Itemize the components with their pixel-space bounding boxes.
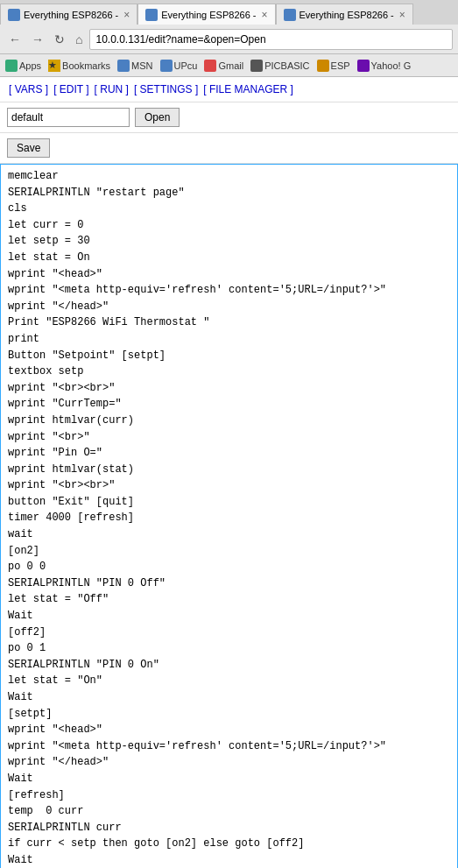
nav-vars[interactable]: [ VARS ] (7, 82, 50, 96)
code-line: memclear (8, 168, 450, 185)
code-line: wait (8, 526, 450, 543)
nav-run[interactable]: [ RUN ] (93, 82, 130, 96)
tab-favicon-2 (145, 9, 158, 21)
tab-close-3[interactable]: × (399, 9, 405, 21)
bookmark-apps[interactable]: Apps (5, 60, 41, 72)
bookmark-upcu-label: UPcu (174, 60, 198, 71)
bookmark-esp[interactable]: ESP (317, 60, 350, 72)
code-line: timer 4000 [refresh] (8, 510, 450, 526)
code-line: let curr = 0 (8, 217, 450, 234)
code-line: [refresh] (8, 787, 450, 804)
file-name-input[interactable] (7, 108, 130, 127)
bookmark-bookmarks-label: Bookmarks (62, 60, 110, 71)
bookmark-gmail-label: Gmail (218, 60, 243, 71)
upcu-icon (160, 60, 173, 72)
bookmark-msn[interactable]: MSN (117, 60, 152, 72)
code-line: Print "ESP8266 WiFi Thermostat " (8, 314, 450, 331)
bookmark-gmail[interactable]: Gmail (204, 60, 243, 72)
tab-title-3: Everything ESP8266 - (299, 10, 394, 20)
code-line: temp 0 curr (8, 803, 450, 820)
code-line: wprint "<meta http-equiv='refresh' conte… (8, 738, 450, 755)
gmail-icon (204, 60, 216, 72)
pic-icon (250, 60, 263, 72)
bookmark-yahoo[interactable]: Yahoo! G (357, 60, 412, 72)
code-line: SERIALPRINTLN "PIN 0 On" (8, 657, 450, 674)
nav-links: [ VARS ] [ EDIT ] [ RUN ] [ SETTINGS ] [… (0, 77, 458, 102)
code-line: if curr < setp then goto [on2] else goto… (8, 836, 450, 852)
home-button[interactable]: ⌂ (72, 31, 86, 48)
code-line: wprint "</head>" (8, 299, 450, 315)
code-line: wprint htmlvar(stat) (8, 462, 450, 478)
bookmark-upcu[interactable]: UPcu (160, 60, 198, 72)
bookmark-picbasic[interactable]: PICBASIC (250, 60, 309, 72)
code-line: [off2] (8, 625, 450, 641)
code-line: wprint "<br><br>" (8, 477, 450, 494)
msn-icon (117, 60, 130, 72)
code-line: wprint "Pin O=" (8, 445, 450, 462)
open-button[interactable]: Open (135, 108, 180, 127)
code-line: textbox setp (8, 363, 450, 380)
nav-settings[interactable]: [ SETTINGS ] (132, 82, 200, 96)
browser-tab-2[interactable]: Everything ESP8266 - × (137, 4, 275, 25)
code-line: cls (8, 201, 450, 217)
code-line: let stat = "Off" (8, 591, 450, 608)
code-line: SERIALPRINTLN "PIN 0 Off" (8, 575, 450, 592)
forward-button[interactable]: → (28, 31, 47, 48)
bookmark-esp-label: ESP (331, 60, 350, 71)
code-line: wprint "<meta http-equiv='refresh' conte… (8, 282, 450, 299)
tab-favicon-3 (284, 9, 296, 21)
nav-edit[interactable]: [ EDIT ] (52, 82, 90, 96)
code-line: Wait (8, 689, 450, 706)
code-line: print (8, 331, 450, 348)
code-line: let stat = "On" (8, 673, 450, 689)
page-content: [ VARS ] [ EDIT ] [ RUN ] [ SETTINGS ] [… (0, 77, 458, 868)
code-line: [on2] (8, 543, 450, 560)
reload-button[interactable]: ↻ (51, 31, 68, 48)
tab-close-2[interactable]: × (261, 9, 267, 21)
yahoo-icon (357, 60, 370, 72)
code-line: po 0 0 (8, 559, 450, 575)
bookmark-apps-label: Apps (19, 60, 41, 71)
code-line: wprint "<br><br>" (8, 380, 450, 397)
code-line: let setp = 30 (8, 233, 450, 250)
code-line: wprint "<head>" (8, 722, 450, 738)
code-line: let stat = On (8, 250, 450, 266)
esp-icon (317, 60, 329, 72)
code-line: SERIALPRINTLN curr (8, 820, 450, 836)
code-line: SERIALPRINTLN "restart page" (8, 185, 450, 201)
code-line: Wait (8, 771, 450, 787)
code-line: Button "Setpoint" [setpt] (8, 348, 450, 364)
code-line: wprint "<head>" (8, 266, 450, 283)
save-button[interactable]: Save (7, 138, 50, 158)
back-button[interactable]: ← (5, 31, 25, 48)
address-bar[interactable] (89, 29, 453, 50)
code-line: Wait (8, 852, 450, 868)
code-line: wprint "</head>" (8, 754, 450, 771)
tab-title-2: Everything ESP8266 - (161, 10, 256, 20)
code-editor[interactable]: memclearSERIALPRINTLN "restart page"clsl… (0, 164, 458, 868)
code-line: [setpt] (8, 706, 450, 723)
code-line: wprint "<br>" (8, 429, 450, 446)
tab-favicon-1 (8, 9, 20, 21)
browser-tab-1[interactable]: Everything ESP8266 - × (0, 4, 137, 25)
save-row: Save (0, 133, 458, 164)
bookmark-bookmarks[interactable]: ★ Bookmarks (48, 60, 110, 72)
bookmark-yahoo-label: Yahoo! G (371, 60, 412, 71)
bookmarks-bar: Apps ★ Bookmarks MSN UPcu Gmail PICBASIC… (0, 54, 458, 77)
browser-tabs: Everything ESP8266 - × Everything ESP826… (0, 0, 458, 25)
code-line: button "Exit" [quit] (8, 494, 450, 511)
browser-tab-3[interactable]: Everything ESP8266 - × (276, 4, 413, 25)
bookmark-msn-label: MSN (131, 60, 152, 71)
nav-file-manager[interactable]: [ FILE MANAGER ] (201, 82, 295, 96)
code-line: wprint htmlvar(curr) (8, 413, 450, 429)
tab-title-1: Everything ESP8266 - (24, 10, 118, 20)
apps-icon (5, 60, 18, 72)
code-line: po 0 1 (8, 640, 450, 657)
file-open-row: Open (0, 102, 458, 133)
bookmark-picbasic-label: PICBASIC (264, 60, 309, 71)
tab-close-1[interactable]: × (123, 9, 130, 21)
code-line: wprint "CurrTemp=" (8, 396, 450, 413)
browser-nav: ← → ↻ ⌂ (0, 25, 458, 54)
code-line: Wait (8, 608, 450, 625)
star-icon: ★ (48, 60, 60, 72)
